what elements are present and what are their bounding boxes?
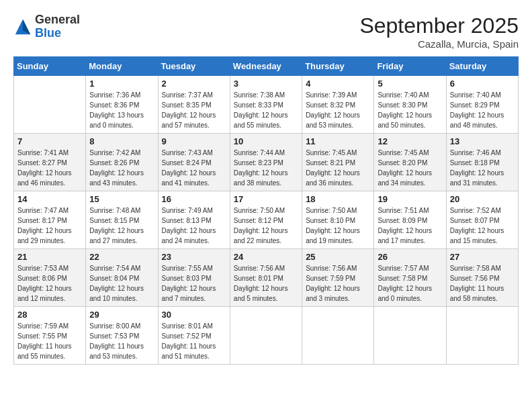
day-number: 21: [17, 252, 82, 262]
logo: General Blue: [13, 13, 80, 40]
logo-text: General Blue: [35, 13, 80, 40]
day-number: 20: [450, 194, 515, 204]
table-row: 15 Sunrise: 7:48 AMSunset: 8:15 PMDaylig…: [86, 191, 158, 249]
day-info: Sunrise: 7:48 AMSunset: 8:15 PMDaylight:…: [89, 207, 144, 244]
day-info: Sunrise: 8:01 AMSunset: 7:52 PMDaylight:…: [162, 322, 216, 360]
table-row: 8 Sunrise: 7:42 AMSunset: 8:26 PMDayligh…: [86, 134, 158, 191]
day-number: 4: [306, 79, 370, 89]
day-info: Sunrise: 7:55 AMSunset: 8:03 PMDaylight:…: [162, 265, 216, 302]
day-info: Sunrise: 7:45 AMSunset: 8:21 PMDaylight:…: [306, 149, 360, 187]
table-row: 12 Sunrise: 7:45 AMSunset: 8:20 PMDaylig…: [374, 134, 446, 191]
day-info: Sunrise: 7:57 AMSunset: 7:58 PMDaylight:…: [378, 265, 432, 302]
table-row: 3 Sunrise: 7:38 AMSunset: 8:33 PMDayligh…: [230, 76, 302, 134]
day-number: 13: [450, 136, 515, 146]
day-info: Sunrise: 8:00 AMSunset: 7:53 PMDaylight:…: [89, 322, 144, 360]
day-number: 9: [162, 136, 226, 146]
day-number: 29: [89, 310, 154, 320]
table-row: 27 Sunrise: 7:58 AMSunset: 7:56 PMDaylig…: [446, 249, 518, 307]
table-row: 22 Sunrise: 7:54 AMSunset: 8:04 PMDaylig…: [86, 249, 158, 307]
table-row: 23 Sunrise: 7:55 AMSunset: 8:03 PMDaylig…: [158, 249, 230, 307]
day-info: Sunrise: 7:45 AMSunset: 8:20 PMDaylight:…: [378, 149, 432, 187]
header-saturday: Saturday: [446, 57, 518, 76]
table-row: 29 Sunrise: 8:00 AMSunset: 7:53 PMDaylig…: [86, 307, 158, 365]
day-info: Sunrise: 7:42 AMSunset: 8:26 PMDaylight:…: [89, 149, 144, 187]
day-info: Sunrise: 7:40 AMSunset: 8:30 PMDaylight:…: [378, 91, 432, 129]
day-number: 17: [234, 194, 298, 204]
location: Cazalla, Murcia, Spain: [359, 38, 519, 50]
table-row: 21 Sunrise: 7:53 AMSunset: 8:06 PMDaylig…: [14, 249, 86, 307]
day-info: Sunrise: 7:56 AMSunset: 8:01 PMDaylight:…: [234, 265, 288, 302]
table-row: 14 Sunrise: 7:47 AMSunset: 8:17 PMDaylig…: [14, 191, 86, 249]
day-number: 16: [162, 194, 226, 204]
table-row: 19 Sunrise: 7:51 AMSunset: 8:09 PMDaylig…: [374, 191, 446, 249]
day-number: 22: [89, 252, 154, 262]
table-row: 25 Sunrise: 7:56 AMSunset: 7:59 PMDaylig…: [302, 249, 374, 307]
table-row: 20 Sunrise: 7:52 AMSunset: 8:07 PMDaylig…: [446, 191, 518, 249]
day-number: 3: [234, 79, 298, 89]
table-row: 2 Sunrise: 7:37 AMSunset: 8:35 PMDayligh…: [158, 76, 230, 134]
table-row: 1 Sunrise: 7:36 AMSunset: 8:36 PMDayligh…: [86, 76, 158, 134]
day-number: 26: [378, 252, 442, 262]
day-number: 10: [234, 136, 298, 146]
day-number: 7: [17, 136, 82, 146]
calendar-week-row: 1 Sunrise: 7:36 AMSunset: 8:36 PMDayligh…: [14, 76, 519, 134]
header-monday: Monday: [86, 57, 158, 76]
logo-blue: Blue: [35, 27, 80, 40]
table-row: 24 Sunrise: 7:56 AMSunset: 8:01 PMDaylig…: [230, 249, 302, 307]
calendar-header-row: Sunday Monday Tuesday Wednesday Thursday…: [14, 57, 519, 76]
table-row: [302, 307, 374, 365]
day-number: 25: [306, 252, 370, 262]
header-tuesday: Tuesday: [158, 57, 230, 76]
day-number: 19: [378, 194, 442, 204]
table-row: [14, 76, 86, 134]
calendar: Sunday Monday Tuesday Wednesday Thursday…: [13, 56, 519, 365]
table-row: 7 Sunrise: 7:41 AMSunset: 8:27 PMDayligh…: [14, 134, 86, 191]
day-info: Sunrise: 7:47 AMSunset: 8:17 PMDaylight:…: [17, 207, 72, 244]
header-friday: Friday: [374, 57, 446, 76]
table-row: [230, 307, 302, 365]
day-info: Sunrise: 7:52 AMSunset: 8:07 PMDaylight:…: [450, 207, 504, 244]
table-row: 11 Sunrise: 7:45 AMSunset: 8:21 PMDaylig…: [302, 134, 374, 191]
logo-icon: [13, 17, 32, 36]
calendar-week-row: 28 Sunrise: 7:59 AMSunset: 7:55 PMDaylig…: [14, 307, 519, 365]
day-number: 8: [89, 136, 154, 146]
day-info: Sunrise: 7:37 AMSunset: 8:35 PMDaylight:…: [162, 91, 216, 129]
calendar-week-row: 21 Sunrise: 7:53 AMSunset: 8:06 PMDaylig…: [14, 249, 519, 307]
header-thursday: Thursday: [302, 57, 374, 76]
day-info: Sunrise: 7:54 AMSunset: 8:04 PMDaylight:…: [89, 265, 144, 302]
header-sunday: Sunday: [14, 57, 86, 76]
day-number: 2: [162, 79, 226, 89]
month-title: September 2025: [359, 13, 519, 38]
calendar-week-row: 7 Sunrise: 7:41 AMSunset: 8:27 PMDayligh…: [14, 134, 519, 191]
table-row: 30 Sunrise: 8:01 AMSunset: 7:52 PMDaylig…: [158, 307, 230, 365]
calendar-week-row: 14 Sunrise: 7:47 AMSunset: 8:17 PMDaylig…: [14, 191, 519, 249]
logo-general: General: [35, 13, 80, 27]
day-number: 15: [89, 194, 154, 204]
day-number: 11: [306, 136, 370, 146]
table-row: 17 Sunrise: 7:50 AMSunset: 8:12 PMDaylig…: [230, 191, 302, 249]
table-row: 10 Sunrise: 7:44 AMSunset: 8:23 PMDaylig…: [230, 134, 302, 191]
table-row: 16 Sunrise: 7:49 AMSunset: 8:13 PMDaylig…: [158, 191, 230, 249]
page-header: General Blue September 2025 Cazalla, Mur…: [13, 13, 519, 50]
title-block: September 2025 Cazalla, Murcia, Spain: [359, 13, 519, 50]
day-number: 30: [162, 310, 226, 320]
day-info: Sunrise: 7:50 AMSunset: 8:10 PMDaylight:…: [306, 207, 360, 244]
table-row: [446, 307, 518, 365]
day-info: Sunrise: 7:44 AMSunset: 8:23 PMDaylight:…: [234, 149, 288, 187]
table-row: 18 Sunrise: 7:50 AMSunset: 8:10 PMDaylig…: [302, 191, 374, 249]
day-number: 12: [378, 136, 442, 146]
day-info: Sunrise: 7:49 AMSunset: 8:13 PMDaylight:…: [162, 207, 216, 244]
day-info: Sunrise: 7:36 AMSunset: 8:36 PMDaylight:…: [89, 91, 144, 129]
day-info: Sunrise: 7:40 AMSunset: 8:29 PMDaylight:…: [450, 91, 504, 129]
day-number: 14: [17, 194, 82, 204]
day-info: Sunrise: 7:38 AMSunset: 8:33 PMDaylight:…: [234, 91, 288, 129]
day-number: 23: [162, 252, 226, 262]
day-number: 1: [89, 79, 154, 89]
day-info: Sunrise: 7:39 AMSunset: 8:32 PMDaylight:…: [306, 91, 360, 129]
table-row: 28 Sunrise: 7:59 AMSunset: 7:55 PMDaylig…: [14, 307, 86, 365]
day-number: 5: [378, 79, 442, 89]
day-number: 6: [450, 79, 515, 89]
table-row: 26 Sunrise: 7:57 AMSunset: 7:58 PMDaylig…: [374, 249, 446, 307]
day-info: Sunrise: 7:43 AMSunset: 8:24 PMDaylight:…: [162, 149, 216, 187]
day-info: Sunrise: 7:50 AMSunset: 8:12 PMDaylight:…: [234, 207, 288, 244]
